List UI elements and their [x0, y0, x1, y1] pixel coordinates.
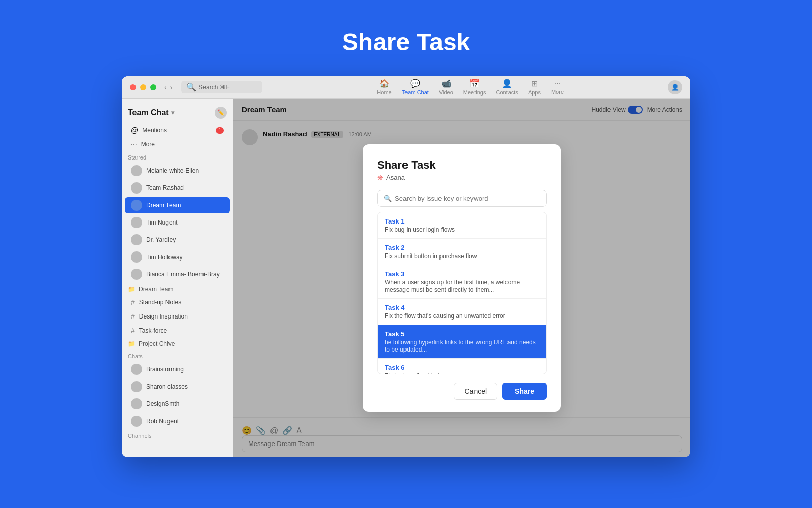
- traffic-yellow[interactable]: [140, 84, 146, 90]
- more-icon: ···: [554, 79, 561, 88]
- avatar-sharon: [131, 381, 142, 392]
- task-item-3[interactable]: Task 3 When a user signs up for the firs…: [378, 265, 546, 299]
- search-icon: 🔍: [384, 195, 392, 202]
- folder-icon: 📁: [128, 285, 136, 293]
- sidebar-item-design[interactable]: # Design Inspiration: [125, 310, 230, 323]
- video-icon: 📹: [441, 79, 451, 88]
- sidebar-item-more[interactable]: ··· More: [125, 138, 230, 151]
- compose-button[interactable]: ✏️: [215, 107, 227, 119]
- title-bar-right: 👤: [668, 80, 682, 94]
- traffic-green[interactable]: [150, 84, 156, 90]
- chat-icon: 💬: [410, 79, 420, 88]
- avatar-bianca: [131, 269, 142, 280]
- asana-icon: ❋: [377, 174, 383, 182]
- sidebar-item-mentions[interactable]: @ Mentions 1: [125, 123, 230, 137]
- tab-contacts[interactable]: 👤 Contacts: [496, 79, 518, 96]
- hash-icon: #: [131, 298, 135, 306]
- main-area: Team Chat ▾ ✏️ @ Mentions 1 ··· More Sta…: [122, 99, 690, 457]
- task-item-6[interactable]: Task 6 Fix login redirect to homepage: [378, 359, 546, 374]
- sidebar-item-dream-team[interactable]: Dream Team: [125, 197, 230, 213]
- contacts-icon: 👤: [502, 79, 512, 88]
- title-search[interactable]: 🔍 Search ⌘F: [181, 81, 262, 93]
- tab-video[interactable]: 📹 Video: [439, 79, 453, 96]
- sidebar-title: Team Chat ▾: [128, 108, 174, 117]
- tab-apps[interactable]: ⊞ Apps: [528, 79, 541, 96]
- tab-meetings[interactable]: 📅 Meetings: [463, 79, 486, 96]
- nav-forward[interactable]: ›: [170, 83, 173, 91]
- avatar-rob: [131, 416, 142, 427]
- sidebar-item-tim-nugent[interactable]: Tim Nugent: [125, 214, 230, 231]
- task-item-5[interactable]: Task 5 he following hyperlink links to t…: [378, 325, 546, 359]
- share-button[interactable]: Share: [502, 383, 547, 400]
- avatar-melanie: [131, 165, 142, 176]
- mentions-icon: @: [131, 126, 138, 134]
- chevron-down-icon: ▾: [171, 109, 174, 116]
- sidebar-item-designsmth[interactable]: DesignSmth: [125, 396, 230, 412]
- avatar-dr-yardley: [131, 234, 142, 245]
- sidebar-item-rob[interactable]: Rob Nugent: [125, 413, 230, 429]
- sidebar-item-brainstorming[interactable]: Brainstorming: [125, 361, 230, 377]
- app-window: ‹ › 🔍 Search ⌘F 🏠 Home 💬 Team Chat 📹 Vid…: [122, 76, 690, 457]
- task-item-1[interactable]: Task 1 Fix bug in user login flows: [378, 212, 546, 239]
- meetings-icon: 📅: [469, 79, 480, 88]
- avatar-designsmth: [131, 398, 142, 409]
- modal-search-box[interactable]: 🔍: [377, 190, 547, 207]
- avatar-tim-holloway: [131, 251, 142, 263]
- task-list: Task 1 Fix bug in user login flows Task …: [377, 212, 547, 374]
- chat-area: Dream Team Huddle View More Actions Nad: [233, 99, 690, 457]
- share-task-modal: Share Task ❋ Asana 🔍 Task 1 Fix bug in u…: [363, 144, 561, 412]
- more-dots-icon: ···: [131, 140, 137, 148]
- nav-buttons: ‹ ›: [164, 83, 172, 91]
- page-title: Share Task: [342, 28, 470, 56]
- tab-team-chat[interactable]: 💬 Team Chat: [402, 79, 429, 96]
- sidebar-item-team-rashad[interactable]: Team Rashad: [125, 180, 230, 196]
- channels-label: Channels: [122, 430, 233, 440]
- search-icon: 🔍: [186, 82, 196, 92]
- cancel-button[interactable]: Cancel: [454, 383, 497, 400]
- modal-overlay: Share Task ❋ Asana 🔍 Task 1 Fix bug in u…: [233, 99, 690, 457]
- tab-bar: 🏠 Home 💬 Team Chat 📹 Video 📅 Meetings 👤 …: [277, 79, 664, 96]
- folder-icon2: 📁: [128, 340, 136, 347]
- hash-icon2: #: [131, 312, 135, 321]
- sidebar: Team Chat ▾ ✏️ @ Mentions 1 ··· More Sta…: [122, 99, 233, 457]
- task-item-2[interactable]: Task 2 Fix submit button in purchase flo…: [378, 239, 546, 265]
- folder-dream-team[interactable]: 📁 Dream Team: [122, 283, 233, 295]
- title-bar: ‹ › 🔍 Search ⌘F 🏠 Home 💬 Team Chat 📹 Vid…: [122, 76, 690, 99]
- user-avatar[interactable]: 👤: [668, 80, 682, 94]
- sidebar-item-tim-holloway[interactable]: Tim Holloway: [125, 249, 230, 265]
- modal-subtitle: ❋ Asana: [377, 174, 547, 182]
- task-item-4[interactable]: Task 4 Fix the flow that's causing an un…: [378, 299, 546, 325]
- starred-label: Starred: [122, 151, 233, 162]
- avatar-tim-nugent: [131, 217, 142, 228]
- sidebar-item-bianca[interactable]: Bianca Emma- Boemi-Bray: [125, 266, 230, 282]
- modal-actions: Cancel Share: [377, 383, 547, 400]
- tab-more[interactable]: ··· More: [551, 79, 564, 96]
- nav-back[interactable]: ‹: [164, 83, 167, 91]
- sidebar-item-taskforce[interactable]: # Task-force: [125, 324, 230, 337]
- home-icon: 🏠: [379, 79, 389, 88]
- modal-title: Share Task: [377, 158, 547, 172]
- tab-home[interactable]: 🏠 Home: [377, 79, 391, 96]
- avatar-dream-team: [131, 200, 142, 211]
- sidebar-item-sharon[interactable]: Sharon classes: [125, 378, 230, 395]
- apps-icon: ⊞: [531, 79, 538, 88]
- folder-project-chive[interactable]: 📁 Project Chive: [122, 338, 233, 350]
- traffic-red[interactable]: [130, 84, 136, 90]
- chats-label: Chats: [122, 350, 233, 361]
- sidebar-header: Team Chat ▾ ✏️: [122, 103, 233, 123]
- avatar-team-rashad: [131, 182, 142, 194]
- hash-icon3: #: [131, 327, 135, 335]
- avatar-brainstorming: [131, 364, 142, 375]
- sidebar-item-standup[interactable]: # Stand-up Notes: [125, 296, 230, 309]
- search-input[interactable]: [395, 195, 540, 202]
- sidebar-item-melanie[interactable]: Melanie white-Ellen: [125, 163, 230, 179]
- sidebar-item-dr-yardley[interactable]: Dr. Yardley: [125, 232, 230, 248]
